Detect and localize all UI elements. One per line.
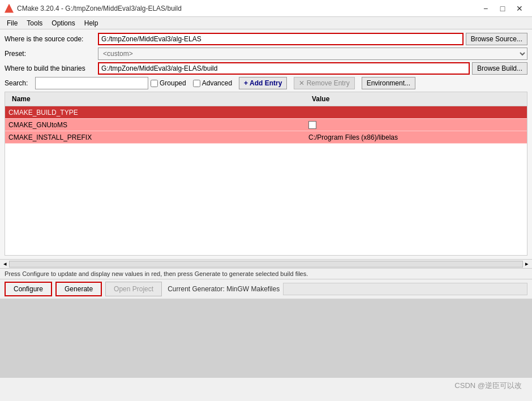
advanced-label: Advanced [202,79,232,87]
source-code-row: Where is the source code: Browse Source.… [5,33,527,45]
add-entry-button[interactable]: + Add Entry [239,77,287,89]
add-entry-label: + Add Entry [244,79,282,87]
preset-select[interactable]: <custom> [98,48,527,60]
grouped-checkbox[interactable] [151,80,158,87]
search-label: Search: [5,79,33,87]
search-input[interactable] [35,77,148,89]
close-button[interactable]: ✕ [512,2,527,15]
row-name: CMAKE_BUILD_TYPE [5,107,305,118]
header-name: Name [8,94,308,104]
source-code-input[interactable] [98,33,464,45]
header-value: Value [308,94,524,104]
menu-file[interactable]: File [2,18,22,28]
table-header: Name Value [5,92,527,106]
remove-entry-button: ✕ Remove Entry [294,77,354,89]
browse-build-button[interactable]: Browse Build... [472,62,527,75]
cmake-icon [5,4,14,13]
status-message: Press Configure to update and display ne… [5,270,308,277]
watermark: CSDN @逆臣可以改 [454,381,522,391]
status-bar: Press Configure to update and display ne… [0,268,532,279]
menu-bar: File Tools Options Help [0,17,532,29]
bottom-gray-area [0,299,532,378]
row-name: CMAKE_INSTALL_PREFIX [5,132,305,143]
title-bar: CMake 3.20.4 - G:/tmpZone/MiddEval3/alg-… [0,0,532,17]
title-bar-text: CMake 3.20.4 - G:/tmpZone/MiddEval3/alg-… [17,5,182,12]
table-row[interactable]: CMAKE_INSTALL_PREFIX C:/Program Files (x… [5,131,527,144]
browse-source-button[interactable]: Browse Source... [466,33,527,45]
scroll-left-btn[interactable]: ◂ [1,260,9,268]
search-row: Search: Grouped Advanced + Add Entry ✕ R… [5,77,527,89]
generate-button[interactable]: Generate [55,282,102,296]
remove-entry-label: ✕ Remove Entry [299,79,349,87]
menu-tools[interactable]: Tools [22,18,47,28]
main-content: Where is the source code: Browse Source.… [0,29,532,259]
advanced-checkbox[interactable] [193,80,200,87]
row-name: CMAKE_GNUtoMS [5,120,305,130]
preset-row: Preset: <custom> [5,48,527,60]
menu-help[interactable]: Help [80,18,103,28]
checkbox-group: Grouped Advanced + Add Entry ✕ Remove En… [151,77,527,89]
generator-text: Current Generator: MinGW Makefiles [168,285,280,293]
maximize-button[interactable]: □ [495,2,510,15]
environment-button[interactable]: Environment... [362,77,415,89]
cmake-table: Name Value CMAKE_BUILD_TYPE CMAKE_GNUtoM… [5,92,527,256]
horizontal-scrollbar[interactable]: ◂ ▸ [0,259,532,268]
row-value [305,111,527,114]
table-row[interactable]: CMAKE_GNUtoMS [5,119,527,131]
preset-label: Preset: [5,50,98,58]
row-value: C:/Program Files (x86)/libelas [305,132,527,143]
source-code-label: Where is the source code: [5,35,98,43]
scroll-track[interactable] [9,261,523,268]
title-bar-controls: − □ ✕ [478,2,527,15]
scroll-right-btn[interactable]: ▸ [523,260,531,268]
generator-input[interactable] [283,283,527,295]
menu-options[interactable]: Options [47,18,79,28]
build-binaries-input[interactable] [98,62,470,75]
open-project-button: Open Project [105,282,162,296]
advanced-checkbox-item[interactable]: Advanced [193,79,232,87]
minimize-button[interactable]: − [478,2,494,15]
bottom-bar: Configure Generate Open Project Current … [0,279,532,299]
grouped-label: Grouped [160,79,186,87]
value-checkbox[interactable] [308,121,316,129]
configure-button[interactable]: Configure [5,282,52,296]
build-binaries-row: Where to build the binaries Browse Build… [5,62,527,75]
row-value [305,120,527,130]
table-row[interactable]: CMAKE_BUILD_TYPE [5,106,527,119]
build-binaries-label: Where to build the binaries [5,64,98,72]
grouped-checkbox-item[interactable]: Grouped [151,79,186,87]
